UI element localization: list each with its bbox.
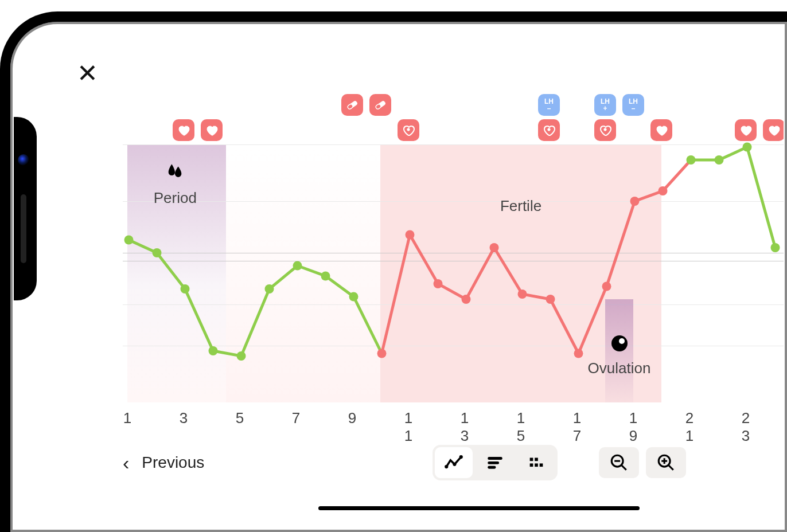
home-indicator[interactable] <box>318 506 640 510</box>
x-tick: 1 <box>114 409 141 427</box>
data-point <box>630 197 640 206</box>
data-point <box>490 243 499 252</box>
svg-point-8 <box>453 463 456 466</box>
svg-rect-12 <box>488 466 496 469</box>
svg-rect-11 <box>488 461 499 464</box>
svg-rect-15 <box>530 463 533 467</box>
line-chart-icon <box>444 453 463 472</box>
data-point <box>659 186 668 195</box>
camera-icon <box>18 154 29 166</box>
data-point <box>209 346 218 355</box>
data-point <box>265 284 274 294</box>
data-point <box>124 236 134 245</box>
data-point <box>518 290 527 299</box>
svg-line-22 <box>668 465 673 470</box>
grid-icon <box>527 453 546 472</box>
chevron-left-icon: ‹ <box>123 452 129 474</box>
data-point <box>546 295 555 304</box>
list-icon <box>485 453 505 472</box>
zoom-group <box>597 445 688 480</box>
x-tick: 13 <box>451 409 478 445</box>
data-point <box>321 272 330 281</box>
x-tick: 15 <box>508 409 534 445</box>
previous-button[interactable]: ‹ Previous <box>123 452 204 474</box>
zoom-in-button[interactable] <box>646 447 686 478</box>
svg-line-19 <box>621 465 626 470</box>
data-point <box>237 351 246 361</box>
x-tick: 23 <box>733 409 759 445</box>
phone-screen: ✕ LH–LH–LH+ PeriodFertileOvulation 13579… <box>14 25 784 529</box>
line-chart-svg <box>123 144 784 402</box>
x-tick: 3 <box>170 409 197 427</box>
marker-row: LH–LH–LH+ <box>123 87 784 139</box>
previous-label: Previous <box>142 453 204 472</box>
heart-icon[interactable] <box>201 119 223 141</box>
phone-notch <box>14 117 37 300</box>
data-point <box>771 243 780 252</box>
speaker-grille <box>21 194 26 263</box>
zoom-in-icon <box>656 453 676 472</box>
data-point <box>181 284 190 294</box>
lh-neg-icon[interactable]: LH– <box>622 94 644 116</box>
grid-view-button[interactable] <box>517 447 555 478</box>
heart-icon[interactable] <box>763 119 784 141</box>
data-point <box>153 248 162 257</box>
data-point <box>406 230 415 240</box>
heart-icon[interactable] <box>735 119 757 141</box>
chart-area: LH–LH–LH+ PeriodFertileOvulation 1357911… <box>123 87 784 483</box>
svg-rect-17 <box>540 463 543 467</box>
data-point <box>293 261 302 271</box>
data-point <box>349 292 359 302</box>
close-button[interactable]: ✕ <box>77 58 98 88</box>
svg-point-6 <box>604 128 606 131</box>
svg-point-4 <box>407 128 410 131</box>
data-point <box>715 155 724 165</box>
data-point <box>462 295 471 304</box>
x-tick: 7 <box>283 409 309 427</box>
svg-rect-10 <box>488 457 502 460</box>
svg-rect-16 <box>535 463 538 467</box>
heart-icon[interactable] <box>173 119 194 141</box>
heart-ring-icon[interactable] <box>538 119 560 141</box>
view-toggle-group <box>433 445 558 480</box>
data-point <box>743 143 752 152</box>
x-tick: 17 <box>564 409 590 445</box>
lh-neg-icon[interactable]: LH– <box>538 94 560 116</box>
lh-pos-icon[interactable]: LH+ <box>594 94 616 116</box>
x-tick: 21 <box>676 409 703 445</box>
data-point <box>602 282 611 291</box>
list-view-button[interactable] <box>476 447 514 478</box>
period-label: Period <box>135 162 215 207</box>
heart-ring-icon[interactable] <box>594 119 616 141</box>
zoom-out-icon <box>609 453 629 472</box>
zoom-out-button[interactable] <box>599 447 639 478</box>
heart-icon[interactable] <box>650 119 672 141</box>
fertile-label: Fertile <box>481 197 561 215</box>
line-view-button[interactable] <box>435 447 473 478</box>
ovulation-label: Ovulation <box>579 334 660 377</box>
pill-icon[interactable] <box>341 94 363 116</box>
svg-point-9 <box>459 455 463 459</box>
data-point <box>687 155 696 165</box>
pill-icon[interactable] <box>369 94 391 116</box>
phone-frame: ✕ LH–LH–LH+ PeriodFertileOvulation 13579… <box>0 11 787 532</box>
heart-ring-icon[interactable] <box>398 119 419 141</box>
x-tick: 5 <box>227 409 253 427</box>
svg-rect-13 <box>530 458 533 461</box>
svg-point-5 <box>548 128 550 131</box>
x-tick: 19 <box>620 409 646 445</box>
x-tick: 9 <box>339 409 365 427</box>
chart-plot[interactable]: PeriodFertileOvulation <box>123 144 784 402</box>
svg-rect-14 <box>535 458 538 461</box>
svg-point-7 <box>445 465 448 468</box>
x-tick: 11 <box>395 409 422 445</box>
data-point <box>434 279 443 288</box>
data-point <box>377 349 387 358</box>
bottom-toolbar: ‹ Previous <box>123 443 784 483</box>
